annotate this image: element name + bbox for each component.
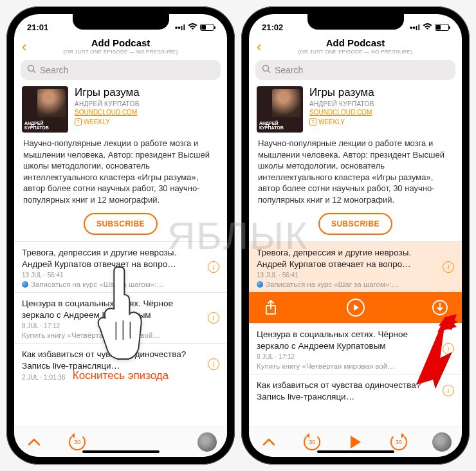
signal-icon: ••ıl <box>175 23 185 32</box>
episode-row[interactable]: Цензура в социальных сетях. Чёрное зерка… <box>249 323 462 374</box>
play-button[interactable] <box>346 436 365 448</box>
episode-meta: 8 JUL · 17:12 <box>22 322 219 329</box>
battery-icon <box>435 24 449 31</box>
podcast-cover[interactable]: АНДРЕЙ КУРПАТОВ <box>22 86 68 133</box>
share-icon[interactable] <box>262 299 280 317</box>
search-icon <box>262 64 271 75</box>
episode-row[interactable]: Цензура в социальных сетях. Чёрное зерка… <box>14 292 227 343</box>
frequency-badge-icon: 7 <box>309 118 316 125</box>
episode-subtitle: Купить книгу «Четвёртая мировая вой… <box>22 331 219 339</box>
subscribe-button[interactable]: SUBSCRIBE <box>318 213 392 235</box>
svg-point-5 <box>263 66 269 71</box>
battery-icon <box>200 24 214 31</box>
episode-subtitle: Записаться на курс «Шаг за шагом»:… <box>257 281 454 288</box>
signal-icon: ••ıl <box>410 23 420 32</box>
page-title: Add Podcast <box>19 37 222 48</box>
search-placeholder: Search <box>275 65 303 75</box>
info-icon[interactable]: i <box>208 358 219 370</box>
episode-title: Тревога, депрессия и другие неврозы. Анд… <box>257 247 454 270</box>
episode-row[interactable]: Тревога, депрессия и другие неврозы. Анд… <box>14 241 227 292</box>
phone-right: 21:02 ••ıl ‹ Add Podcast (OR JUST ONE EP… <box>241 6 470 465</box>
wifi-icon <box>188 23 197 32</box>
info-icon[interactable]: i <box>208 312 219 324</box>
search-input[interactable]: Search <box>21 60 221 80</box>
episode-row[interactable]: Как избавиться от чувства одиночества? З… <box>14 343 227 384</box>
episode-row[interactable]: Тревога, депрессия и другие неврозы. Анд… <box>249 241 462 292</box>
podcast-frequency: 7 WEEKLY <box>309 118 454 125</box>
episode-title: Цензура в социальных сетях. Чёрное зерка… <box>257 329 454 351</box>
podcast-header: АНДРЕЙ КУРПАТОВ Игры разума АНДРЕЙ КУРПА… <box>249 85 462 138</box>
episode-action-bar <box>249 292 462 323</box>
search-icon <box>27 64 36 75</box>
notch <box>307 14 404 30</box>
back-chevron-icon[interactable]: ‹ <box>257 39 261 55</box>
wifi-icon <box>423 23 432 32</box>
episode-subtitle: Купить книгу «Четвёртая мировая вой… <box>257 362 454 370</box>
now-playing-avatar[interactable] <box>197 432 217 452</box>
notch <box>73 14 169 30</box>
episode-title: Цензура в социальных сетях. Чёрное зерка… <box>22 298 219 320</box>
episode-title: Тревога, депрессия и другие неврозы. Анд… <box>22 247 219 270</box>
svg-line-1 <box>33 71 36 73</box>
chevron-up-icon[interactable] <box>24 438 44 446</box>
page-title: Add Podcast <box>254 37 457 48</box>
frequency-badge-icon: 7 <box>75 118 82 125</box>
page-subtitle: (OR JUST ONE EPISODE — NO PRESSURE) <box>19 49 222 55</box>
podcast-title: Игры разума <box>75 86 219 99</box>
svg-point-0 <box>28 66 34 71</box>
svg-line-6 <box>268 71 271 73</box>
home-indicator[interactable] <box>317 450 394 453</box>
download-icon[interactable] <box>431 299 449 317</box>
podcast-description: Научно-популярные лекции о работе мозга … <box>14 138 227 205</box>
podcast-frequency: 7 WEEKLY <box>75 118 219 125</box>
info-icon[interactable]: i <box>208 261 219 273</box>
phone-left: 21:01 ••ıl ‹ Add Podcast (OR JUST ONE EP… <box>6 6 235 465</box>
podcast-author: АНДРЕЙ КУРПАТОВ <box>309 100 454 107</box>
skip-forward-30-icon[interactable]: 30 <box>389 434 408 450</box>
skip-back-30-icon[interactable]: 30 <box>302 434 322 450</box>
episode-title: Как избавиться от чувства одиночества? З… <box>22 349 219 371</box>
podcast-source-link[interactable]: SOUNDCLOUD.COM <box>309 109 454 116</box>
episode-meta: 8 JUL · 17:12 <box>257 353 454 360</box>
nav-header: ‹ Add Podcast (OR JUST ONE EPISODE — NO … <box>249 36 462 57</box>
episode-meta: 13 JUL · 56:41 <box>257 272 454 279</box>
info-icon[interactable]: i <box>443 261 454 273</box>
podcast-author: АНДРЕЙ КУРПАТОВ <box>75 100 219 107</box>
episode-meta: 13 JUL · 56:41 <box>22 272 219 279</box>
podcast-title: Игры разума <box>309 86 454 99</box>
info-icon[interactable]: i <box>443 385 454 396</box>
podcast-cover[interactable]: АНДРЕЙ КУРПАТОВ <box>257 86 303 133</box>
status-time: 21:02 <box>262 23 283 32</box>
subscribe-button[interactable]: SUBSCRIBE <box>84 213 158 235</box>
podcast-description: Научно-популярные лекции о работе мозга … <box>249 138 462 205</box>
episode-subtitle: Записаться на курс «Шаг за шагом»:… <box>22 281 219 288</box>
episode-title: Как избавиться от чувства одиночества? З… <box>257 380 454 402</box>
status-time: 21:01 <box>27 23 48 32</box>
podcast-header: АНДРЕЙ КУРПАТОВ Игры разума АНДРЕЙ КУРПА… <box>14 85 227 138</box>
back-chevron-icon[interactable]: ‹ <box>22 39 26 55</box>
play-icon[interactable] <box>347 299 365 317</box>
skip-back-30-icon[interactable]: 30 <box>68 434 87 450</box>
episode-row[interactable]: Как избавиться от чувства одиночества? З… <box>249 374 462 406</box>
episode-meta: 2 JUL · 1:01:36 <box>22 374 219 381</box>
chevron-up-icon[interactable] <box>259 438 279 446</box>
search-input[interactable]: Search <box>255 60 455 80</box>
now-playing-avatar[interactable] <box>432 432 452 452</box>
home-indicator[interactable] <box>82 450 160 453</box>
page-subtitle: (OR JUST ONE EPISODE — NO PRESSURE) <box>254 49 457 55</box>
search-placeholder: Search <box>40 65 68 75</box>
nav-header: ‹ Add Podcast (OR JUST ONE EPISODE — NO … <box>14 36 227 57</box>
info-icon[interactable]: i <box>443 343 454 355</box>
podcast-source-link[interactable]: SOUNDCLOUD.COM <box>75 109 219 116</box>
